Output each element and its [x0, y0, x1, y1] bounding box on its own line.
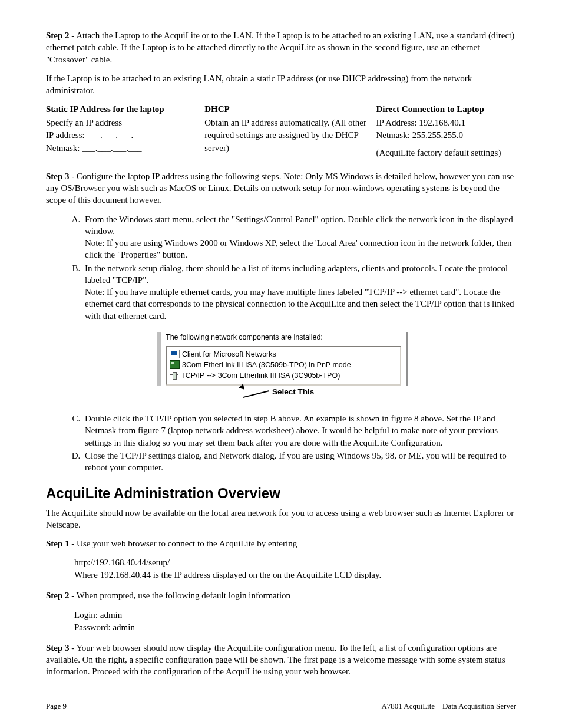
dialog-item1-text: Client for Microsoft Networks	[182, 349, 276, 360]
admin-step1: Step 1 - Use your web browser to connect…	[46, 538, 516, 549]
dialog-caption: The following network components are ins…	[166, 332, 405, 342]
step2-para1: Step 2 - Attach the Laptop to the AcquiL…	[46, 29, 516, 65]
step3-D: Close the TCP/IP settings dialog, and Ne…	[82, 450, 516, 474]
col1-head: Static IP Address for the laptop	[46, 103, 204, 115]
network-dialog-figure: The following network components are ins…	[46, 332, 516, 398]
admin-step1-details: http://192.168.40.44/setup/ Where 192.16…	[74, 556, 516, 581]
step3-C: Double click the TCP/IP option you selec…	[82, 413, 516, 449]
select-this-label: Select This	[272, 387, 314, 397]
col3-l2: Netmask: 255.255.255.0	[376, 129, 516, 142]
admin-login: Login: admin	[74, 609, 516, 621]
step3-label: Step 3	[46, 172, 70, 181]
step3-B: In the network setup dialog, there shoul…	[82, 262, 516, 322]
admin-password: Password: admin	[74, 621, 516, 634]
step2-para2: If the Laptop is to be attached to an ex…	[46, 73, 516, 97]
col2-head: DHCP	[204, 103, 372, 115]
step3-intro-text: - Configure the laptop IP address using …	[46, 172, 514, 205]
dialog-listbox: Client for Microsoft Networks 3Com Ether…	[166, 346, 401, 386]
admin-url-note: Where 192.168.40.44 is the IP address di…	[74, 569, 516, 581]
admin-step3: Step 3 - Your web browser should now dis…	[46, 642, 516, 678]
col2-l1: Obtain an IP address automatically. (All…	[204, 117, 372, 155]
admin-step3-label: Step 3	[46, 643, 70, 653]
admin-intro: The AcquiLite should now be available on…	[46, 507, 516, 531]
step2-text1: - Attach the Laptop to the AcquiLite or …	[46, 31, 514, 64]
dialog-item-adapter: 3Com EtherLink III ISA (3C509b-TPO) in P…	[169, 360, 398, 370]
admin-step2-details: Login: admin Password: admin	[74, 609, 516, 634]
admin-overview-heading: AcquiLite Administration Overview	[46, 484, 516, 503]
dialog-item-client: Client for Microsoft Networks	[169, 349, 398, 360]
admin-step2-label: Step 2	[46, 591, 70, 600]
dialog-shadow-right	[406, 332, 408, 386]
dialog-shadow-left	[157, 332, 161, 386]
footer-page: Page 9	[46, 701, 67, 708]
col1-l2: IP address: ___.___.___.___	[46, 129, 204, 142]
step3-A: From the Windows start menu, select the …	[82, 213, 516, 261]
col3-head: Direct Connection to Laptop	[376, 103, 516, 115]
admin-step2-text: - When prompted, use the following defau…	[70, 591, 290, 600]
admin-step1-label: Step 1	[46, 539, 70, 548]
select-this-arrow-icon	[240, 384, 269, 393]
client-icon	[170, 350, 180, 358]
page-footer: Page 9 A7801 AcquiLite – Data Acquisitio…	[46, 701, 516, 708]
dialog-item-protocol: TCP/IP --> 3Com Etherlink III ISA (3C905…	[169, 370, 398, 381]
step3-list-cont: Double click the TCP/IP option you selec…	[46, 413, 516, 473]
step2-label: Step 2	[46, 31, 70, 40]
step3-list: From the Windows start menu, select the …	[46, 213, 516, 322]
protocol-icon	[170, 371, 178, 379]
dialog-item2-text: 3Com EtherLink III ISA (3C509b-TPO) in P…	[182, 360, 351, 370]
ip-address-table: Static IP Address for the laptop Specify…	[46, 103, 516, 160]
col1-l3: Netmask: ___.___.___.___	[46, 142, 204, 155]
admin-step1-text: - Use your web browser to connect to the…	[70, 539, 297, 548]
step3-intro: Step 3 - Configure the laptop IP address…	[46, 170, 516, 206]
adapter-icon	[170, 360, 180, 369]
admin-step2: Step 2 - When prompted, use the followin…	[46, 589, 516, 601]
admin-step3-text: - Your web browser should now display th…	[46, 643, 505, 677]
admin-url: http://192.168.40.44/setup/	[74, 556, 516, 569]
col3-l3: (AcquiLite factory default settings)	[376, 147, 516, 160]
footer-product: A7801 AcquiLite – Data Acquisition Serve…	[381, 701, 516, 708]
col3-l1: IP Address: 192.168.40.1	[376, 117, 516, 130]
dialog-item3-text: TCP/IP --> 3Com Etherlink III ISA (3C905…	[181, 370, 340, 381]
col1-l1: Specify an IP address	[46, 117, 204, 130]
